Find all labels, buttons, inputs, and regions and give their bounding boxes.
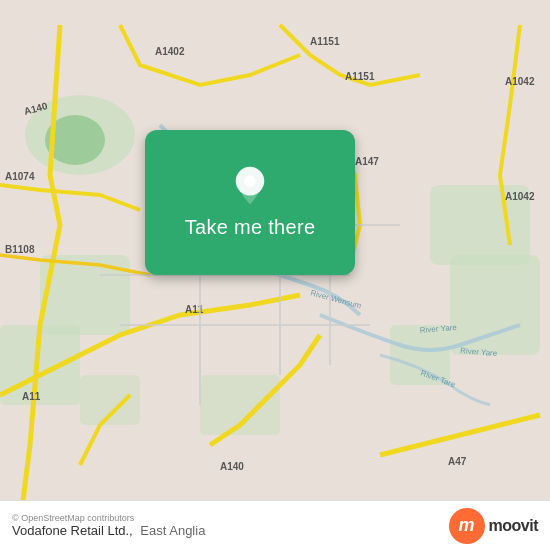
moovit-icon: m <box>449 508 485 544</box>
moovit-text: moovit <box>489 517 538 535</box>
svg-text:A1402: A1402 <box>155 46 185 57</box>
svg-text:A1042: A1042 <box>505 76 535 87</box>
location-info: © OpenStreetMap contributors Vodafone Re… <box>12 513 205 538</box>
copyright-text: © OpenStreetMap contributors <box>12 513 205 523</box>
moovit-logo: m moovit <box>449 508 538 544</box>
svg-text:A11: A11 <box>185 304 204 315</box>
svg-text:A1074: A1074 <box>5 171 35 182</box>
svg-point-35 <box>244 175 256 187</box>
svg-text:A1042: A1042 <box>505 191 535 202</box>
navigation-card: Take me there <box>145 130 355 275</box>
svg-rect-5 <box>450 255 540 355</box>
svg-text:A147: A147 <box>355 156 379 167</box>
svg-text:A140: A140 <box>220 461 244 472</box>
svg-text:A47: A47 <box>448 456 467 467</box>
map-container: A140 A1402 A1151 A1151 A1042 A1042 A1074… <box>0 0 550 550</box>
location-pin-icon <box>229 166 271 208</box>
map-background: A140 A1402 A1151 A1151 A1042 A1042 A1074… <box>0 0 550 550</box>
location-name: Vodafone Retail Ltd., East Anglia <box>12 523 205 538</box>
svg-text:A1151: A1151 <box>345 71 375 82</box>
take-me-there-button[interactable]: Take me there <box>185 216 316 239</box>
svg-text:B1108: B1108 <box>5 244 35 255</box>
svg-text:A11: A11 <box>22 391 41 402</box>
svg-text:A1151: A1151 <box>310 36 340 47</box>
bottom-bar: © OpenStreetMap contributors Vodafone Re… <box>0 500 550 550</box>
